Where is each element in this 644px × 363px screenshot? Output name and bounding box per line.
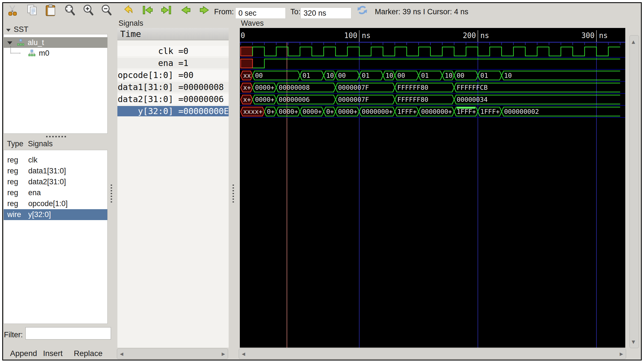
signal-name: opcode[1:0] [28, 198, 68, 209]
signal-name: clk [117, 46, 173, 56]
svg-text:00: 00 [255, 72, 263, 79]
svg-text:FFFFFF80: FFFFFF80 [397, 96, 428, 103]
svg-text:000000002: 000000002 [504, 108, 539, 115]
signals-panel: Time clk =0ena =1opcode[1:0] =00data1[31… [117, 28, 229, 348]
shift-left-button[interactable] [179, 4, 192, 16]
signal-name: data2[31:0] [117, 94, 173, 104]
pane-grip-vertical[interactable] [111, 185, 112, 204]
replace-button[interactable]: Replace [74, 348, 103, 359]
signals-value-row-opcode[1:0][interactable]: opcode[1:0] =00 [117, 70, 229, 80]
signal-type: wire [7, 209, 21, 220]
signal-browser-row-y[32:0][interactable]: wirey[32:0] [4, 209, 107, 220]
scroll-right-icon[interactable]: ▸ [620, 350, 623, 357]
svg-text:00000034: 00000034 [457, 96, 488, 103]
signal-value: =00 [173, 70, 193, 80]
tree-item-m0[interactable]: m0 [4, 48, 107, 58]
sst-tree: alu_t m0 [3, 34, 108, 134]
module-icon [28, 49, 35, 57]
to-input[interactable] [300, 8, 351, 19]
undo-button[interactable] [122, 4, 135, 16]
pane-grip-vertical[interactable] [233, 185, 234, 204]
zoom-in-button[interactable] [82, 4, 95, 16]
svg-text:0+: 0+ [267, 108, 275, 115]
svg-text:0000+: 0000+ [255, 84, 274, 91]
svg-text:200: 200 [463, 31, 476, 40]
svg-text:01: 01 [302, 72, 310, 79]
signal-value: =1 [173, 58, 188, 68]
svg-text:0000000+: 0000000+ [362, 108, 393, 115]
paste-button[interactable] [44, 4, 57, 16]
waves-canvas[interactable]: 0100ns200ns300nsxx0001100001100001100001… [240, 28, 625, 348]
module-icon [17, 39, 24, 46]
marker-cursor-status: Marker: 39 ns I Cursor: 4 ns [375, 7, 468, 16]
signal-browser-row-opcode[1:0][interactable]: regopcode[1:0] [4, 198, 107, 209]
append-button[interactable]: Append [10, 348, 37, 359]
signal-name: clk [28, 155, 37, 166]
signal-name: ena [28, 187, 41, 198]
column-header-signals: Signals [28, 140, 53, 148]
svg-text:01: 01 [421, 72, 429, 79]
to-label: To: [290, 7, 300, 16]
signal-browser-row-data1[31:0][interactable]: regdata1[31:0] [4, 166, 107, 176]
from-label: From: [214, 7, 234, 16]
signal-type: reg [7, 155, 18, 166]
insert-button[interactable]: Insert [43, 348, 63, 359]
svg-text:00: 00 [457, 72, 465, 79]
signals-hscrollbar[interactable]: ◂ ▸ [117, 348, 228, 359]
fetch-left-button[interactable] [141, 4, 154, 16]
signal-browser-row-data2[31:0][interactable]: regdata2[31:0] [4, 176, 107, 187]
pane-grip-horizontal[interactable] [46, 136, 67, 137]
svg-text:ns: ns [362, 31, 370, 40]
signal-name: y[32:0] [28, 209, 51, 220]
svg-text:01: 01 [362, 72, 370, 79]
svg-text:10: 10 [504, 72, 512, 79]
svg-text:xxxx+: xxxx+ [243, 108, 262, 115]
reload-button[interactable] [356, 4, 369, 16]
svg-text:0000000+: 0000000+ [421, 108, 452, 115]
svg-text:0000007F: 0000007F [338, 96, 369, 103]
signals-value-row-clk[interactable]: clk =0 [117, 46, 229, 56]
signal-browser-row-clk[interactable]: regclk [4, 155, 107, 166]
waves-panel-title: Waves [241, 19, 264, 27]
shift-right-button[interactable] [198, 4, 211, 16]
signals-value-row-ena[interactable]: ena =1 [117, 58, 229, 68]
waves-hscrollbar[interactable]: ◂ ▸ [239, 348, 626, 359]
signals-value-row-y[32:0][interactable]: y[32:0] =00000000E [117, 106, 229, 116]
signals-value-row-data2[31:0][interactable]: data2[31:0] =00000006 [117, 94, 229, 104]
scroll-down-icon[interactable]: ▾ [632, 338, 635, 345]
copy-button[interactable] [26, 4, 39, 16]
waveform-svg: 0100ns200ns300nsxx0001100001100001100001… [240, 28, 625, 348]
svg-text:ns: ns [480, 31, 489, 40]
signal-type: reg [7, 198, 18, 209]
svg-text:0000+: 0000+ [302, 108, 322, 115]
fetch-right-button[interactable] [160, 4, 173, 16]
from-input[interactable] [235, 8, 286, 19]
tree-item-label: alu_t [28, 37, 44, 48]
svg-text:300: 300 [581, 31, 595, 40]
zoom-fit-button[interactable] [63, 4, 76, 16]
sst-collapse-icon[interactable] [6, 27, 12, 33]
filter-input[interactable] [25, 327, 111, 340]
scroll-left-icon[interactable]: ◂ [120, 350, 123, 357]
waves-vscrollbar[interactable]: ▴ ▾ [629, 35, 639, 348]
filter-label: Filter: [4, 329, 23, 341]
scroll-up-icon[interactable]: ▴ [632, 38, 635, 45]
signal-name: data1[31:0] [117, 82, 173, 92]
svg-text:x+: x+ [243, 84, 251, 91]
svg-text:10: 10 [385, 72, 393, 79]
zoom-out-button[interactable] [100, 4, 113, 16]
signal-value: =00000006 [173, 94, 224, 104]
svg-text:0000007F: 0000007F [338, 84, 369, 91]
svg-text:00: 00 [338, 72, 346, 79]
time-column-header[interactable]: Time [117, 28, 229, 40]
scroll-left-icon[interactable]: ◂ [242, 350, 245, 357]
signals-value-row-data1[31:0][interactable]: data1[31:0] =00000008 [117, 82, 229, 92]
signal-value: =00000000E [173, 106, 229, 116]
signal-browser-row-ena[interactable]: regena [4, 187, 107, 198]
svg-text:FFFFFFCB: FFFFFFCB [457, 84, 488, 91]
svg-text:FFFFFF80: FFFFFF80 [397, 84, 428, 91]
cut-button[interactable] [6, 4, 19, 16]
svg-text:1FFF+: 1FFF+ [397, 108, 417, 115]
scroll-right-icon[interactable]: ▸ [222, 350, 225, 357]
tree-expander-icon[interactable] [7, 41, 13, 45]
